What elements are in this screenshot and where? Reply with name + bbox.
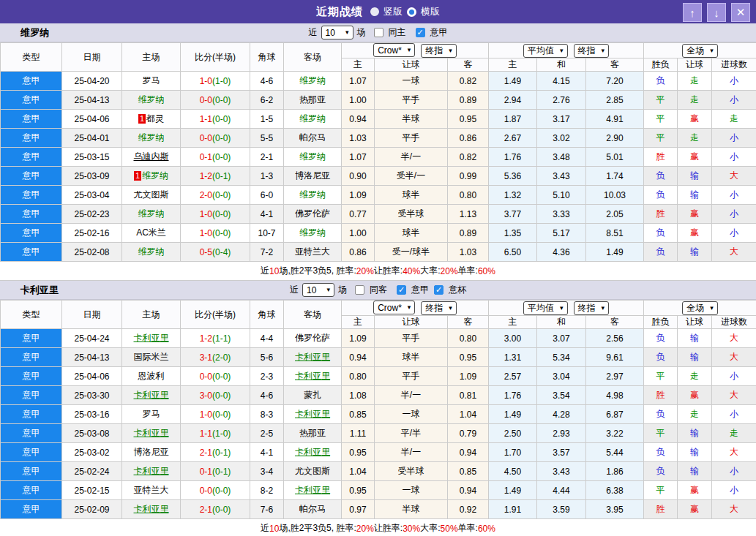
average-select[interactable]: 平均值▾ — [523, 44, 568, 58]
score-cell: 0-1(0-1) — [181, 462, 250, 481]
result-outcome-cell: 胜 — [644, 386, 678, 405]
odds-cell: 1.49 — [489, 72, 537, 91]
odds-cell: 1.31 — [489, 348, 537, 367]
home-team-cell: 罗马 — [122, 72, 181, 91]
corner-cell: 4-1 — [250, 443, 284, 462]
odds-cell: 3.22 — [586, 424, 644, 443]
match-date-cell: 25-02-09 — [62, 500, 122, 519]
result-handicap-cell: 输 — [678, 462, 712, 481]
home-team-link[interactable]: 卡利亚里 — [134, 466, 169, 476]
move-up-button[interactable]: ↑ — [683, 3, 702, 22]
summary-segment: 让胜率: — [374, 265, 403, 277]
away-team-cell: 帕尔马 — [284, 129, 342, 148]
odds-group-header: Crow*▾终指▾ — [342, 301, 489, 316]
chevron-down-icon: ▾ — [345, 29, 349, 36]
home-team-link[interactable]: 卡利亚里 — [134, 390, 169, 400]
home-team-cell: 卡利亚里 — [122, 386, 181, 405]
column-header: 主 — [489, 316, 537, 329]
home-team-link[interactable]: 卡利亚里 — [134, 504, 169, 514]
fulltime-score: 1-1 — [200, 114, 212, 124]
odds-cell: 2.85 — [586, 91, 644, 110]
bookmaker-select[interactable]: Crow*▾ — [373, 43, 415, 57]
odds-cell: 一球 — [375, 481, 448, 500]
away-team-link[interactable]: 卡利亚里 — [295, 352, 330, 362]
home-team-link: 罗马 — [143, 409, 160, 419]
final-odds-select[interactable]: 终指▾ — [574, 44, 610, 58]
serie-a-checkbox[interactable] — [416, 28, 425, 37]
column-header: 和 — [537, 58, 586, 72]
odds-cell: 受一/球半 — [375, 243, 448, 262]
away-team-link[interactable]: 卡利亚里 — [295, 447, 330, 457]
final-odds-select[interactable]: 终指▾ — [421, 301, 457, 315]
away-team-cell: 维罗纳 — [284, 186, 342, 205]
away-team-link[interactable]: 卡利亚里 — [295, 485, 330, 495]
odds-cell: 0.95 — [342, 443, 375, 462]
coppa-italia-checkbox[interactable] — [434, 285, 444, 295]
column-header: 类型 — [1, 43, 62, 72]
column-header: 和 — [537, 316, 586, 329]
vertical-layout-radio[interactable] — [370, 7, 379, 16]
home-team-link[interactable]: 乌迪内斯 — [134, 151, 169, 162]
away-team-cell: 卡利亚里 — [284, 443, 342, 462]
summary-segment: 50% — [441, 524, 458, 534]
fulltime-score: 1-2 — [200, 333, 212, 344]
odds-cell: 1.00 — [342, 91, 375, 110]
move-down-button[interactable]: ↓ — [707, 3, 726, 22]
chevron-down-icon: ▾ — [602, 305, 605, 312]
home-team-link: 维罗纳 — [138, 208, 165, 219]
odds-cell: 10.03 — [586, 186, 644, 205]
corner-cell: 10-7 — [250, 224, 284, 243]
same-home-checkbox[interactable] — [374, 28, 383, 37]
home-team-cell: 乌迪内斯 — [122, 148, 181, 167]
away-team-link: 尤文图斯 — [295, 466, 330, 476]
away-team-link: 维罗纳 — [299, 189, 326, 200]
final-odds-select-value: 终指 — [578, 45, 596, 57]
home-team-cell: 维罗纳 — [122, 91, 181, 110]
match-date-cell: 25-03-08 — [62, 424, 122, 443]
serie-a-checkbox[interactable] — [397, 285, 406, 295]
league-type-cell: 意甲 — [1, 129, 62, 148]
summary-segment: 20% — [356, 524, 374, 534]
bookmaker-select[interactable]: Crow*▾ — [373, 301, 415, 314]
score-cell: 1-0(0-0) — [181, 224, 250, 243]
scope-select[interactable]: 全场▾ — [682, 44, 718, 58]
away-team-link[interactable]: 卡利亚里 — [295, 371, 330, 381]
final-odds-select[interactable]: 终指▾ — [574, 301, 610, 315]
league-type-cell: 意甲 — [1, 148, 62, 167]
summary-segment: 近 — [261, 522, 269, 535]
home-team-link[interactable]: 卡利亚里 — [134, 428, 169, 438]
fulltime-score: 2-1 — [200, 448, 212, 458]
corner-cell: 4-1 — [250, 205, 284, 224]
red-card-badge: 1 — [138, 114, 146, 124]
average-select[interactable]: 平均值▾ — [523, 301, 568, 315]
away-team-link: 热那亚 — [299, 94, 326, 105]
match-row: 意甲25-02-08维罗纳0-5(0-4)7-2亚特兰大0.86受一/球半1.0… — [1, 243, 756, 262]
close-button[interactable]: ✕ — [731, 3, 750, 22]
match-row: 意甲25-04-01维罗纳0-0(0-0)5-5帕尔马1.03平手0.862.6… — [1, 129, 756, 148]
match-count-select[interactable]: 10 ▾ — [302, 283, 334, 297]
section-verona: 维罗纳 近 10 ▾ 场 同主 意甲 类型日期主场比分(半场)角球客场Crow*… — [0, 23, 756, 281]
horizontal-layout-radio[interactable] — [407, 7, 416, 17]
away-team-link: 维罗纳 — [299, 227, 326, 238]
fulltime-score: 0-5 — [200, 247, 212, 257]
result-outcome-cell: 负 — [644, 72, 678, 91]
result-handicap-cell: 走 — [678, 129, 712, 148]
halftime-score: (0-0) — [212, 486, 231, 496]
result-outcome-cell: 平 — [644, 424, 678, 443]
summary-segment: 近 — [261, 265, 269, 277]
fulltime-score: 1-1 — [200, 429, 212, 439]
result-outcome-cell: 平 — [644, 110, 678, 129]
league-type-cell: 意甲 — [1, 405, 62, 424]
home-team-link[interactable]: 卡利亚里 — [134, 333, 169, 343]
scope-select[interactable]: 全场▾ — [682, 301, 718, 315]
odds-cell: 平手 — [375, 367, 448, 386]
final-odds-select[interactable]: 终指▾ — [421, 44, 457, 58]
odds-cell: 受半/一 — [375, 167, 448, 186]
away-team-link[interactable]: 卡利亚里 — [295, 409, 330, 419]
same-away-checkbox[interactable] — [355, 285, 364, 295]
away-team-link: 佛罗伦萨 — [295, 208, 330, 219]
halftime-score: (0-0) — [212, 409, 231, 420]
match-row: 意甲25-03-02博洛尼亚2-1(0-1)4-1卡利亚里0.95半/一0.94… — [1, 443, 756, 462]
match-count-select[interactable]: 10 ▾ — [321, 26, 353, 39]
halftime-score: (2-0) — [212, 352, 231, 363]
